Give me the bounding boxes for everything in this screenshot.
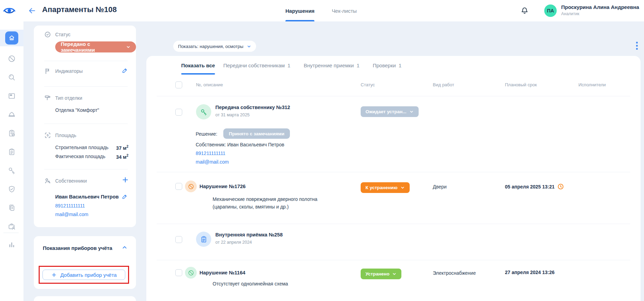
- due-date: 27 апреля 2024 13:26: [505, 270, 555, 275]
- rail-copy-docs-icon[interactable]: [0, 200, 23, 216]
- row-checkbox[interactable]: [175, 109, 182, 116]
- col-assignees: Исполнители: [578, 82, 606, 87]
- header-nav-tabs: Нарушения Чек-листы: [285, 0, 357, 21]
- collapse-chevron-up-icon[interactable]: [121, 244, 128, 251]
- overdue-clock-icon: [557, 183, 564, 190]
- tab-internal-acceptances[interactable]: Внутренние приемки1: [304, 61, 360, 70]
- chevron-down-icon: [247, 44, 251, 49]
- rail-briefcase-user-icon[interactable]: [0, 218, 23, 235]
- app-logo-eye-icon[interactable]: [3, 4, 16, 17]
- meters-card: Показания приборов учёта Добавить прибор…: [34, 236, 136, 289]
- page-title: Апартаменты №108: [42, 5, 117, 14]
- apartment-info-card: Статус Передано с замечаниями Индикаторы…: [34, 26, 136, 227]
- status-label: Статус: [55, 32, 70, 37]
- avatar[interactable]: ПА: [544, 4, 557, 17]
- row-checkbox[interactable]: [175, 236, 182, 243]
- decision-badge: Принято с замечаниями: [223, 128, 290, 139]
- row-checkbox[interactable]: [175, 183, 182, 190]
- edit-indicators-pencil-icon[interactable]: [121, 67, 128, 74]
- owner-key-icon: [44, 177, 51, 184]
- violation-fixed-ban-icon: [185, 267, 197, 279]
- col-work: Вид работ: [433, 82, 454, 87]
- rail-divider: [3, 233, 19, 233]
- tab-inspections[interactable]: Проверки1: [373, 61, 401, 70]
- violation-description: Механические повреждения дверного полотн…: [213, 195, 326, 211]
- paint-roller-icon: [44, 95, 51, 101]
- owner-line: Собственник: Иван Васильевич Петров: [196, 142, 284, 147]
- violation-description: Отсутствует однолинейная схема: [213, 280, 288, 288]
- flag-icon: [44, 68, 51, 75]
- finish-type-label: Тип отделки: [55, 95, 82, 101]
- check-circle-icon: [44, 31, 51, 38]
- chevron-down-icon: [126, 45, 130, 49]
- home-icon: [5, 31, 18, 45]
- finish-type-value: Отделка "Комфорт": [55, 107, 99, 113]
- tab-owner-transfers[interactable]: Передачи собственникам1: [223, 61, 290, 70]
- chevron-down-icon: [400, 185, 405, 190]
- status-badge[interactable]: Передано с замечаниями: [55, 41, 136, 52]
- rail-layout-icon[interactable]: [0, 88, 23, 104]
- more-options-kebab-icon[interactable]: [636, 42, 638, 50]
- tab-show-all[interactable]: Показать все: [181, 61, 215, 70]
- add-owner-plus-icon[interactable]: [121, 176, 129, 184]
- col-desc: №, описание: [196, 82, 223, 87]
- violations-table-card: Показать все Передачи собственникам1 Вну…: [146, 56, 641, 301]
- show-filter-dropdown[interactable]: Показать: нарушения, осмотры: [173, 41, 256, 52]
- work-type: Двери: [433, 184, 447, 190]
- due-date: 05 апреля 2025 13:21: [505, 183, 564, 190]
- rail-key-icon[interactable]: [0, 162, 23, 179]
- owner-phone-link[interactable]: 891211111111: [55, 203, 85, 208]
- edit-owner-pencil-icon[interactable]: [121, 193, 128, 200]
- area-row-construction: Строительная площадь 37 м2: [55, 145, 128, 151]
- select-all-checkbox[interactable]: [175, 81, 182, 88]
- notifications-bell-icon[interactable]: [520, 5, 529, 15]
- back-arrow-icon[interactable]: [28, 6, 37, 15]
- owner-name: Иван Васильевич Петров: [55, 194, 119, 200]
- rail-clipboard-check-icon[interactable]: [0, 125, 23, 142]
- tab-checklists[interactable]: Чек-листы: [332, 0, 357, 21]
- owners-label: Собственники: [55, 178, 87, 184]
- status-badge-fixed[interactable]: Устранено: [361, 269, 401, 279]
- add-meter-button[interactable]: Добавить прибор учёта: [42, 270, 125, 280]
- user-role: Аналитик: [561, 11, 579, 16]
- plus-icon: [51, 272, 57, 278]
- col-status: Статус: [361, 82, 375, 87]
- indicators-label: Индикаторы: [55, 68, 83, 74]
- status-badge-waiting[interactable]: Ожидает устран...: [361, 106, 419, 117]
- rail-hardhat-icon[interactable]: [0, 106, 23, 123]
- violation-ban-icon: [185, 181, 197, 192]
- chevron-down-icon: [392, 272, 397, 276]
- chevron-down-icon: [409, 109, 414, 114]
- annotation-highlight-box: Добавить прибор учёта: [39, 266, 129, 284]
- area-s-icon: S: [44, 132, 51, 139]
- rail-ban-icon[interactable]: [0, 50, 23, 67]
- key-icon: [196, 104, 211, 119]
- rail-home-icon[interactable]: [0, 30, 23, 46]
- area-label: Площадь: [55, 133, 76, 138]
- user-name: Проскурина Алина Андреевна: [561, 4, 639, 10]
- tab-violations[interactable]: Нарушения: [285, 0, 314, 21]
- rail-shield-check-icon[interactable]: [0, 181, 23, 197]
- row-owner-email-link[interactable]: mail@mail.com: [196, 159, 229, 165]
- next-panel-card: [34, 296, 136, 301]
- svg-text:S: S: [47, 134, 49, 137]
- icon-rail: [0, 21, 23, 301]
- rail-clipboard-list-icon[interactable]: [0, 144, 23, 160]
- owner-email-link[interactable]: mail@mail.com: [55, 212, 88, 217]
- clipboard-icon: [196, 232, 211, 247]
- col-due: Плановый срок: [505, 82, 537, 87]
- status-badge-to-fix[interactable]: К устранению: [361, 182, 410, 193]
- work-type: Электроснабжение: [433, 270, 476, 276]
- meters-title: Показания приборов учёта: [43, 245, 112, 251]
- row-owner-phone-link[interactable]: 891211111111: [196, 150, 225, 156]
- decision-label: Решение:: [196, 131, 217, 137]
- area-row-actual: Фактическая площадь 34 м2: [55, 154, 128, 160]
- rail-bar-chart-icon[interactable]: [0, 236, 23, 253]
- row-checkbox[interactable]: [175, 269, 182, 276]
- top-header: Апартаменты №108 Нарушения Чек-листы ПА …: [0, 0, 644, 21]
- rail-search-icon[interactable]: [0, 69, 23, 86]
